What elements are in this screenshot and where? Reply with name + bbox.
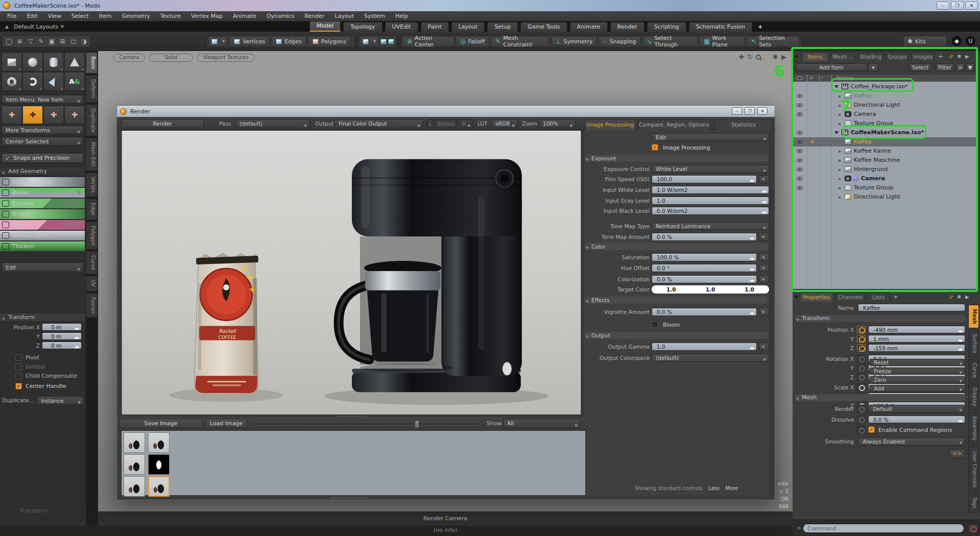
workspace-tab[interactable]: Model: [309, 21, 341, 32]
edit-dropdown[interactable]: Edit: [652, 133, 769, 141]
channel-toggle[interactable]: [857, 426, 866, 434]
vignette-field[interactable]: 0.0 %: [652, 308, 757, 316]
pass-dropdown[interactable]: (default): [235, 119, 310, 128]
move-tool-button[interactable]: ✚: [2, 106, 22, 124]
render-window-titlebar[interactable]: Render – ❐ ✕: [117, 106, 775, 117]
tree-item-mesh[interactable]: Hintergrund: [793, 165, 978, 174]
transform-field[interactable]: -155 mm: [868, 344, 965, 352]
visibility-eye-icon[interactable]: [797, 112, 803, 116]
tree-item-light[interactable]: Directional Light: [793, 101, 978, 110]
edges-mode-button[interactable]: Edges: [271, 36, 306, 46]
maximize-icon[interactable]: ❐: [951, 2, 964, 10]
command-input[interactable]: [803, 524, 964, 533]
cone-primitive-button[interactable]: [64, 53, 85, 71]
mini-dropdown[interactable]: [759, 343, 769, 351]
slider-handle[interactable]: [415, 420, 419, 428]
render-thumbnail[interactable]: [124, 476, 145, 497]
gear-icon[interactable]: ✱: [957, 294, 961, 300]
kits-button[interactable]: ✱ Kits: [903, 36, 947, 47]
more-channels-button[interactable]: >>: [949, 449, 965, 458]
center-selected-dropdown[interactable]: Center Selected: [2, 137, 83, 145]
workspace-tab[interactable]: Render: [610, 22, 644, 32]
tree-item-camera[interactable]: Camera: [793, 174, 978, 183]
viewport-camera-bar[interactable]: Render Camera: [98, 511, 793, 526]
property-form-tab[interactable]: Assembly: [968, 412, 979, 445]
mesh-section-header[interactable]: Mesh: [795, 394, 966, 401]
input-black-field[interactable]: 0.0 W/srm2: [652, 207, 769, 215]
viewport-expand-icon[interactable]: ▶: [781, 53, 786, 61]
workspace-tab[interactable]: +: [755, 22, 766, 32]
workspace-tab[interactable]: Schematic Fusion: [689, 22, 752, 32]
vertices-mode-button[interactable]: Vertices: [229, 36, 270, 46]
zoom-dropdown[interactable]: 100%: [539, 119, 576, 128]
exposure-control-dropdown[interactable]: White Level: [652, 165, 769, 173]
bloom-checkbox[interactable]: [652, 321, 658, 328]
panel-collapse-dot[interactable]: [794, 54, 799, 59]
channel-toggle[interactable]: [857, 416, 866, 423]
tool-modifier-button[interactable]: ⊕Action Center: [402, 36, 454, 46]
tree-item-light[interactable]: Directional Light: [793, 192, 978, 202]
more-transforms-dropdown[interactable]: More Transforms: [2, 126, 83, 134]
property-form-tab[interactable]: Mesh: [968, 305, 979, 328]
tool-category-tab[interactable]: UV: [86, 276, 98, 291]
menu-item[interactable]: Help: [390, 11, 413, 21]
filter-funnel-icon[interactable]: ▼: [966, 63, 974, 71]
save-image-button[interactable]: Save Image: [119, 419, 202, 428]
menu-item[interactable]: Dynamics: [261, 11, 299, 21]
tab-properties[interactable]: Properties: [800, 293, 833, 302]
menu-item[interactable]: File: [2, 11, 21, 21]
collapse-arrow-icon[interactable]: [834, 131, 839, 134]
unreal-icon[interactable]: U: [965, 35, 976, 47]
exposure-section-header[interactable]: Exposure: [584, 155, 768, 162]
minimize-icon[interactable]: –: [732, 107, 742, 115]
expand-panel-icon[interactable]: ↔: [947, 294, 954, 301]
transform-field[interactable]: 1 mm: [868, 335, 965, 343]
mini-dropdown[interactable]: [759, 253, 769, 261]
tool-list-item[interactable]: Smooth Shift: [0, 231, 85, 241]
stereo-left-button[interactable]: L: [427, 119, 434, 128]
workspace-tab[interactable]: Paint: [421, 22, 449, 32]
scale-tool-button[interactable]: ✚: [64, 106, 85, 124]
menu-item[interactable]: Layout: [330, 11, 359, 21]
add-item-button[interactable]: Add Item: [796, 63, 867, 71]
minimize-icon[interactable]: –: [937, 2, 949, 10]
show-dropdown[interactable]: All: [503, 419, 581, 428]
text-tool-button[interactable]: AA&&: [64, 72, 85, 91]
maximize-icon[interactable]: ❐: [745, 107, 755, 115]
toolbar-icon[interactable]: ◻: [68, 37, 78, 46]
edit-dropdown[interactable]: Edit: [2, 262, 83, 272]
tab-lists[interactable]: Lists: [867, 293, 890, 302]
polygons-mode-button[interactable]: Polygons: [308, 36, 351, 46]
resize-grip[interactable]: [331, 497, 367, 499]
channel-toggle[interactable]: [857, 335, 866, 343]
workspace-tab[interactable]: Layout: [451, 22, 485, 32]
lut-dropdown[interactable]: sRGB: [491, 119, 518, 128]
scrollbar[interactable]: [769, 130, 773, 496]
color-section-header[interactable]: Color: [584, 243, 768, 250]
tool-list-item[interactable]: Bridge: [0, 209, 85, 220]
render-thumbnail-alpha[interactable]: [148, 454, 170, 475]
hue-offset-field[interactable]: 0.0 °: [652, 264, 757, 272]
stereo-right-dropdown[interactable]: R: [458, 119, 473, 128]
record-icon[interactable]: [968, 524, 978, 533]
filter-button[interactable]: Filter: [936, 63, 954, 71]
position-field[interactable]: 0 m: [42, 342, 82, 349]
collapse-arrow-icon[interactable]: [834, 85, 839, 88]
workspace-tab[interactable]: Topology: [343, 22, 383, 32]
material-mode-button[interactable]: ▼: [360, 36, 379, 46]
cylinder-primitive-button[interactable]: [43, 53, 64, 71]
toolbar-icon[interactable]: ✎: [36, 37, 46, 46]
tone-map-type-dropdown[interactable]: Reinhard Luminance: [652, 222, 769, 230]
mesh-render-dropdown[interactable]: Default: [868, 405, 965, 413]
visibility-eye-icon[interactable]: [797, 140, 803, 144]
output-dropdown[interactable]: Final Color Output: [334, 119, 423, 128]
visibility-eye-icon[interactable]: [797, 158, 803, 162]
position-field[interactable]: 0 m: [42, 332, 82, 340]
channel-toggle[interactable]: [857, 405, 866, 412]
workspace-tab[interactable]: Game Tools: [520, 22, 567, 32]
viewport-settings-icon[interactable]: ✱: [773, 53, 778, 61]
tree-item-mesh[interactable]: Kaffee: [793, 91, 978, 101]
channel-toggle[interactable]: [857, 326, 866, 333]
spiral-primitive-button[interactable]: [22, 72, 43, 91]
toolbar-icon[interactable]: ▽: [26, 37, 35, 46]
